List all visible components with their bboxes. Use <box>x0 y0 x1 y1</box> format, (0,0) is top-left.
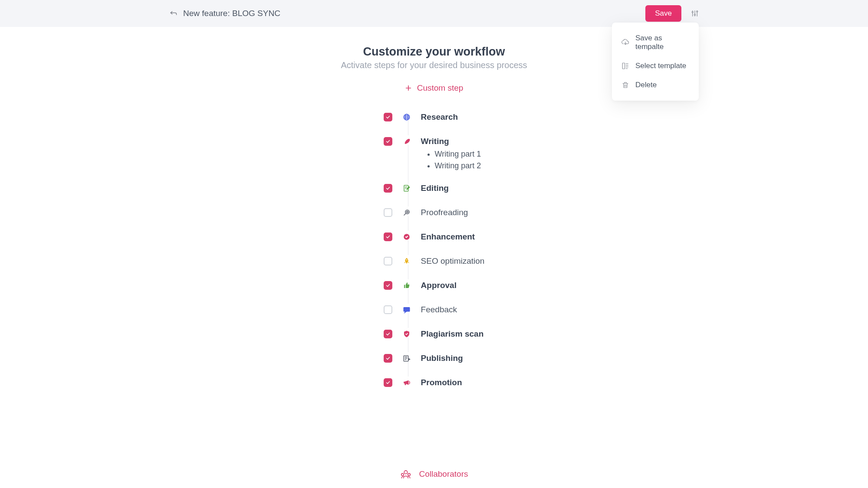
page-title: Customize your workflow <box>363 45 505 59</box>
step-row: Enhancement <box>384 225 485 249</box>
step-row: Plagiarism scan <box>384 322 485 346</box>
svg-line-23 <box>404 213 406 215</box>
collaborators-icon <box>400 468 411 480</box>
dropdown-label: Select template <box>635 62 686 70</box>
step-row: Approval <box>384 273 485 298</box>
shield-icon <box>401 330 412 338</box>
step-label[interactable]: Research <box>421 112 458 122</box>
cloud-download-icon <box>621 39 629 46</box>
svg-point-36 <box>408 473 410 475</box>
badge-icon <box>401 233 412 241</box>
collaborators-label: Collaborators <box>419 469 468 479</box>
step-row: Feedback <box>384 298 485 322</box>
edit-icon <box>401 184 412 192</box>
step-checkbox[interactable] <box>384 330 392 338</box>
step-label[interactable]: Feedback <box>421 305 457 314</box>
step-label[interactable]: Approval <box>421 281 457 290</box>
svg-point-35 <box>401 473 403 475</box>
save-button[interactable]: Save <box>645 5 681 22</box>
megaphone-icon <box>401 379 412 386</box>
settings-dropdown: Save as tempalte Select template Delete <box>612 23 699 101</box>
thumb-icon <box>401 282 412 289</box>
step-row: Writing <box>384 129 485 154</box>
add-custom-step-button[interactable]: Custom step <box>405 83 464 93</box>
step-label[interactable]: Proofreading <box>421 208 468 217</box>
step-checkbox[interactable] <box>384 233 392 241</box>
dropdown-label: Delete <box>635 81 657 89</box>
svg-point-5 <box>697 11 698 12</box>
feather-icon <box>401 138 412 145</box>
step-row: Promotion <box>384 370 485 395</box>
step-label[interactable]: Promotion <box>421 378 462 387</box>
step-row: Publishing <box>384 346 485 370</box>
step-checkbox[interactable] <box>384 354 392 363</box>
step-checkbox[interactable] <box>384 281 392 290</box>
step-checkbox[interactable] <box>384 257 392 265</box>
topbar: New feature: BLOG SYNC Save Save as temp… <box>0 0 868 27</box>
save-as-template-item[interactable]: Save as tempalte <box>612 29 699 56</box>
topbar-right: Save Save as tempalte Select te <box>645 0 699 27</box>
step-checkbox[interactable] <box>384 378 392 387</box>
collaborators-button[interactable]: Collaborators <box>400 468 468 480</box>
step-checkbox[interactable] <box>384 208 392 217</box>
svg-point-28 <box>406 309 407 310</box>
step-row: Editing <box>384 176 485 200</box>
svg-rect-6 <box>622 63 625 69</box>
step-row: Proofreading <box>384 200 485 225</box>
rocket-icon <box>401 257 412 265</box>
dropdown-label: Save as tempalte <box>635 34 689 51</box>
trash-icon <box>621 81 629 89</box>
svg-point-25 <box>406 259 407 260</box>
topbar-title: New feature: BLOG SYNC <box>183 9 280 18</box>
sliders-icon[interactable] <box>691 10 699 17</box>
svg-point-34 <box>404 471 408 474</box>
template-icon <box>621 62 629 70</box>
step-checkbox[interactable] <box>384 184 392 193</box>
svg-point-3 <box>694 14 696 16</box>
select-template-item[interactable]: Select template <box>612 56 699 75</box>
step-checkbox[interactable] <box>384 305 392 314</box>
search-icon <box>401 209 412 216</box>
svg-point-21 <box>405 210 409 214</box>
plus-icon <box>405 85 412 92</box>
svg-point-1 <box>692 12 693 13</box>
svg-point-27 <box>405 309 406 310</box>
step-label[interactable]: Enhancement <box>421 232 475 242</box>
step-checkbox[interactable] <box>384 137 392 146</box>
step-label[interactable]: Editing <box>421 183 449 193</box>
svg-point-22 <box>406 211 408 213</box>
step-label[interactable]: Plagiarism scan <box>421 329 484 339</box>
step-label[interactable]: Publishing <box>421 354 463 363</box>
step-checkbox[interactable] <box>384 113 392 121</box>
step-row: SEO optimization <box>384 249 485 273</box>
step-label[interactable]: SEO optimization <box>421 256 485 266</box>
back-area[interactable]: New feature: BLOG SYNC <box>169 9 280 18</box>
back-arrow-icon <box>169 10 177 17</box>
main-content: Customize your workflow Activate steps f… <box>0 27 868 480</box>
page-subtitle: Activate steps for your desired business… <box>341 60 527 70</box>
custom-step-label: Custom step <box>417 83 464 93</box>
svg-point-29 <box>408 309 408 310</box>
feedback-icon <box>401 306 412 314</box>
publish-icon <box>401 354 412 362</box>
step-label[interactable]: Writing <box>421 137 449 146</box>
delete-item[interactable]: Delete <box>612 75 699 95</box>
globe-icon <box>401 113 412 121</box>
substep-item[interactable]: Writing part 2 <box>435 160 485 172</box>
steps-list: ResearchWritingWriting part 1Writing par… <box>384 105 485 395</box>
step-row: Research <box>384 105 485 129</box>
